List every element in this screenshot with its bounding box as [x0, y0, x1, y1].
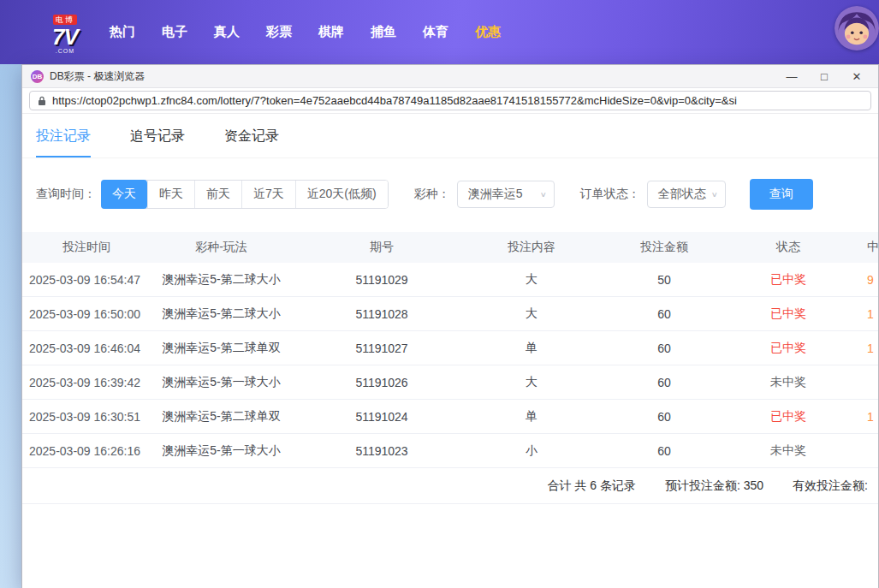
- cell-issue-number: 51191026: [292, 376, 472, 389]
- cell-issue-number: 51191027: [292, 342, 472, 355]
- cell-issue-number: 51191023: [292, 444, 472, 458]
- nav-item-7[interactable]: 体育: [423, 24, 448, 40]
- cell-status: 未中奖: [737, 375, 840, 390]
- time-filter-option-5[interactable]: 近20天(低频): [295, 181, 388, 208]
- cell-bet-content: 单: [472, 341, 591, 356]
- cell-status: 已中奖: [737, 272, 840, 288]
- table-row: 2025-03-09 16:30:51澳洲幸运5-第二球单双51191024单6…: [22, 400, 878, 434]
- bet-records-table: 投注时间彩种-玩法期号投注内容投注金额状态中 2025-03-09 16:54:…: [22, 232, 878, 504]
- logo-domain: .COM: [41, 48, 89, 54]
- table-body: 2025-03-09 16:54:47澳洲幸运5-第二球大小51191029大5…: [22, 263, 878, 468]
- time-filter-option-1[interactable]: 今天: [101, 180, 147, 209]
- nav-item-8[interactable]: 优惠: [475, 24, 501, 40]
- avatar-illustration: [834, 6, 879, 50]
- nav-item-6[interactable]: 捕鱼: [371, 24, 396, 40]
- nav-item-3[interactable]: 真人: [214, 24, 240, 40]
- cell-bet-content: 大: [472, 306, 591, 322]
- cell-bet-content: 小: [472, 443, 591, 459]
- cell-bet-amount: 60: [591, 342, 737, 355]
- time-filter-option-3[interactable]: 前天: [194, 181, 241, 208]
- table-summary-row: 合计 共 6 条记录 预计投注金额: 350 有效投注金额:: [22, 468, 878, 504]
- nav-item-1[interactable]: 热门: [110, 24, 135, 40]
- user-avatar[interactable]: [834, 6, 879, 50]
- column-header-5: 投注金额: [591, 240, 737, 255]
- lottery-select-value: 澳洲幸运5: [468, 187, 523, 202]
- cell-bet-time: 2025-03-09 16:46:04: [22, 342, 151, 355]
- cell-bet-content: 单: [472, 409, 591, 425]
- cell-status: 已中奖: [737, 341, 840, 356]
- cell-bet-time: 2025-03-09 16:50:00: [22, 307, 151, 321]
- cell-lottery-play: 澳洲幸运5-第一球大小: [151, 443, 292, 459]
- cell-lottery-play: 澳洲幸运5-第二球大小: [151, 306, 292, 322]
- column-header-6: 状态: [737, 240, 840, 255]
- cell-status: 已中奖: [737, 409, 840, 425]
- window-title: DB彩票 - 极速浏览器: [50, 69, 145, 84]
- nav-item-2[interactable]: 电子: [162, 24, 187, 40]
- order-status-label: 订单状态：: [580, 187, 640, 202]
- cell-bet-content: 大: [472, 375, 591, 390]
- table-row: 2025-03-09 16:54:47澳洲幸运5-第二球大小51191029大5…: [22, 263, 878, 297]
- page-content: 投注记录追号记录资金记录 查询时间： 今天昨天前天近7天近20天(低频) 彩种：…: [22, 114, 878, 588]
- logo-text: 7V: [41, 26, 89, 48]
- nav-item-5[interactable]: 棋牌: [318, 24, 344, 40]
- site-navbar: 电博 7V .COM 热门电子真人彩票棋牌捕鱼体育优惠: [0, 0, 879, 64]
- chevron-down-icon: ∨: [711, 190, 718, 199]
- column-header-3: 期号: [292, 240, 472, 255]
- nav-item-4[interactable]: 彩票: [266, 24, 292, 40]
- cell-lottery-play: 澳洲幸运5-第二球单双: [151, 341, 292, 356]
- cell-status: 未中奖: [737, 443, 840, 459]
- cell-bet-amount: 60: [591, 307, 737, 321]
- cell-issue-number: 51191028: [292, 307, 472, 321]
- cell-status: 已中奖: [737, 306, 840, 322]
- nav-items: 热门电子真人彩票棋牌捕鱼体育优惠: [110, 24, 501, 40]
- summary-total-records: 合计 共 6 条记录: [548, 478, 636, 494]
- cell-bet-amount: 50: [591, 273, 737, 287]
- table-header-row: 投注时间彩种-玩法期号投注内容投注金额状态中: [22, 232, 878, 263]
- browser-addressbar: https://ctop02pchwp1.zfnc84.com/lottery/…: [22, 88, 878, 114]
- tab-3[interactable]: 资金记录: [224, 128, 279, 157]
- lock-icon: [38, 96, 46, 106]
- time-filter-label: 查询时间：: [36, 187, 96, 202]
- cell-prize-amount: 1: [840, 410, 878, 424]
- minimize-icon[interactable]: —: [786, 65, 798, 88]
- lottery-filter-label: 彩种：: [414, 187, 450, 202]
- cell-bet-amount: 60: [591, 410, 737, 424]
- time-filter-option-2[interactable]: 昨天: [147, 181, 194, 208]
- cell-bet-time: 2025-03-09 16:39:42: [22, 376, 151, 389]
- cell-bet-time: 2025-03-09 16:54:47: [22, 273, 151, 287]
- table-row: 2025-03-09 16:46:04澳洲幸运5-第二球单双51191027单6…: [22, 331, 878, 365]
- column-header-4: 投注内容: [472, 240, 591, 255]
- cell-prize-amount: 1: [840, 307, 878, 321]
- time-filter-group: 今天昨天前天近7天近20天(低频): [101, 180, 389, 209]
- cell-lottery-play: 澳洲幸运5-第二球大小: [151, 272, 292, 288]
- url-input[interactable]: https://ctop02pchwp1.zfnc84.com/lottery/…: [29, 91, 871, 110]
- cell-lottery-play: 澳洲幸运5-第二球单双: [151, 409, 292, 425]
- cell-bet-content: 大: [472, 272, 591, 288]
- column-header-7: 中: [840, 240, 878, 255]
- desktop-background: 电博 7V .COM 热门电子真人彩票棋牌捕鱼体育优惠 DB DB彩票 - 极速…: [0, 0, 879, 588]
- cell-lottery-play: 澳洲幸运5-第一球大小: [151, 375, 292, 390]
- maximize-icon[interactable]: □: [818, 65, 830, 88]
- filter-bar: 查询时间： 今天昨天前天近7天近20天(低频) 彩种： 澳洲幸运5 ∨ 订单状态…: [36, 179, 878, 210]
- query-button[interactable]: 查询: [750, 179, 813, 210]
- cell-bet-amount: 60: [591, 444, 737, 458]
- window-titlebar[interactable]: DB DB彩票 - 极速浏览器 — □ ✕: [22, 65, 878, 88]
- close-icon[interactable]: ✕: [851, 65, 863, 88]
- site-logo[interactable]: 电博 7V .COM: [41, 10, 89, 54]
- column-header-2: 彩种-玩法: [151, 240, 292, 255]
- time-filter-option-4[interactable]: 近7天: [241, 181, 295, 208]
- browser-app-icon: DB: [31, 70, 44, 83]
- chevron-down-icon: ∨: [540, 190, 547, 199]
- window-controls: — □ ✕: [786, 65, 870, 88]
- cell-prize-amount: 1: [840, 342, 878, 355]
- order-status-select[interactable]: 全部状态 ∨: [647, 181, 726, 208]
- summary-expected-amount: 预计投注金额: 350: [665, 478, 763, 494]
- tab-1[interactable]: 投注记录: [36, 128, 91, 157]
- column-header-1: 投注时间: [22, 240, 151, 255]
- tab-2[interactable]: 追号记录: [130, 128, 185, 157]
- cell-bet-time: 2025-03-09 16:26:16: [22, 444, 151, 458]
- lottery-select[interactable]: 澳洲幸运5 ∨: [457, 181, 555, 208]
- cell-bet-amount: 60: [591, 376, 737, 389]
- cell-issue-number: 51191024: [292, 410, 472, 424]
- cell-bet-time: 2025-03-09 16:30:51: [22, 410, 151, 424]
